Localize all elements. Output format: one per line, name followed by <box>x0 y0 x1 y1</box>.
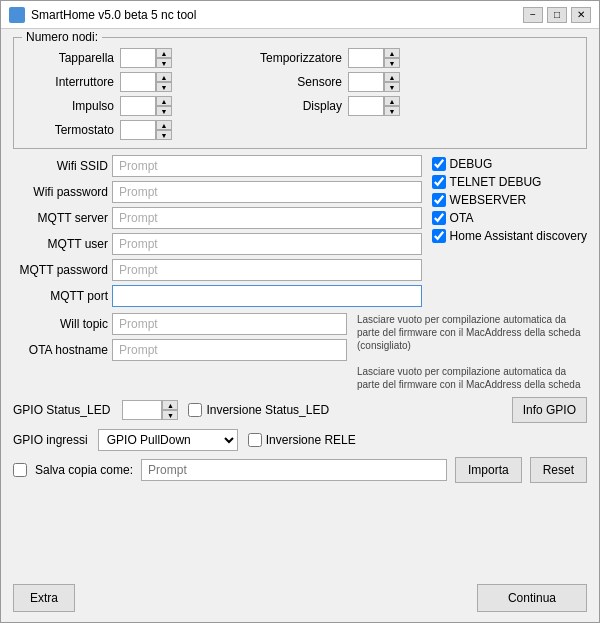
interruttore-spin-btns: ▲ ▼ <box>156 72 172 92</box>
extra-button[interactable]: Extra <box>13 584 75 612</box>
mqtt-server-input[interactable] <box>112 207 422 229</box>
title-bar: SmartHome v5.0 beta 5 nc tool − □ ✕ <box>1 1 599 29</box>
inversione-rele-checkbox[interactable] <box>248 433 262 447</box>
impulso-label: Impulso <box>24 99 114 113</box>
impulso-up[interactable]: ▲ <box>156 96 172 106</box>
interruttore-up[interactable]: ▲ <box>156 72 172 82</box>
info-gpio-button[interactable]: Info GPIO <box>512 397 587 423</box>
gpio-ingressi-row: GPIO ingressi GPIO PullDown GPIO PullUp … <box>13 429 587 451</box>
app-icon <box>9 7 25 23</box>
import-button[interactable]: Importa <box>455 457 522 483</box>
display-up[interactable]: ▲ <box>384 96 400 106</box>
webserver-checkbox[interactable] <box>432 193 446 207</box>
interruttore-spinner: 3 ▲ ▼ <box>120 72 172 92</box>
save-copy-input[interactable] <box>141 459 447 481</box>
sensore-spin-btns: ▲ ▼ <box>384 72 400 92</box>
save-checkbox[interactable] <box>13 463 27 477</box>
mqtt-password-label: MQTT password <box>13 263 108 277</box>
webserver-label: WEBSERVER <box>450 193 526 207</box>
home-assistant-label: Home Assistant discovery <box>450 229 587 243</box>
tapparella-label: Tapparella <box>24 51 114 65</box>
gpio-status-led-up[interactable]: ▲ <box>162 400 178 410</box>
impulso-spinner: 0 ▲ ▼ <box>120 96 172 116</box>
ota-checkbox[interactable] <box>432 211 446 225</box>
title-bar-left: SmartHome v5.0 beta 5 nc tool <box>9 7 196 23</box>
ota-hostname-label: OTA hostname <box>13 343 108 357</box>
continua-button[interactable]: Continua <box>477 584 587 612</box>
save-copy-label: Salva copia come: <box>35 463 133 477</box>
tapparella-down[interactable]: ▼ <box>156 58 172 68</box>
telnet-debug-checkbox[interactable] <box>432 175 446 189</box>
maximize-button[interactable]: □ <box>547 7 567 23</box>
termostato-down[interactable]: ▼ <box>156 130 172 140</box>
inversione-status-led-checkbox[interactable] <box>188 403 202 417</box>
gpio-ingressi-select[interactable]: GPIO PullDown GPIO PullUp <box>98 429 238 451</box>
temporizzatore-down[interactable]: ▼ <box>384 58 400 68</box>
main-content: Numero nodi: Tapparella 0 ▲ ▼ <box>1 29 599 578</box>
inversione-status-led-label: Inversione Status_LED <box>206 403 329 417</box>
sensore-input[interactable]: 0 <box>348 72 384 92</box>
temporizzatore-input[interactable]: 0 <box>348 48 384 68</box>
reset-button[interactable]: Reset <box>530 457 587 483</box>
temporizzatore-label: Temporizzatore <box>232 51 342 65</box>
sensore-up[interactable]: ▲ <box>384 72 400 82</box>
will-note: Lasciare vuoto per compilazione automati… <box>357 314 580 351</box>
gpio-status-led-row: GPIO Status_LED 16 ▲ ▼ <box>13 400 178 420</box>
numero-nodi-label: Numero nodi: <box>22 30 102 44</box>
numero-nodi-section: Numero nodi: Tapparella 0 ▲ ▼ <box>13 37 587 149</box>
ota-check-row: OTA <box>432 211 587 225</box>
will-topic-input[interactable] <box>112 313 347 335</box>
gpio-status-led-spin-btns: ▲ ▼ <box>162 400 178 420</box>
gpio-status-led-input[interactable]: 16 <box>122 400 162 420</box>
impulso-down[interactable]: ▼ <box>156 106 172 116</box>
main-window: SmartHome v5.0 beta 5 nc tool − □ ✕ Nume… <box>0 0 600 623</box>
mqtt-password-row: MQTT password <box>13 259 422 281</box>
ota-label: OTA <box>450 211 474 225</box>
nodi-row-tapparella: Tapparella 0 ▲ ▼ <box>24 48 172 68</box>
debug-check-row: DEBUG <box>432 157 587 171</box>
termostato-up[interactable]: ▲ <box>156 120 172 130</box>
form-section: Wifi SSID Wifi password MQTT server MQTT… <box>13 155 587 307</box>
mqtt-user-input[interactable] <box>112 233 422 255</box>
tapparella-up[interactable]: ▲ <box>156 48 172 58</box>
tapparella-spinner: 0 ▲ ▼ <box>120 48 172 68</box>
telnet-debug-check-row: TELNET DEBUG <box>432 175 587 189</box>
gpio-status-led-spinner: 16 ▲ ▼ <box>122 400 178 420</box>
interruttore-input[interactable]: 3 <box>120 72 156 92</box>
termostato-label: Termostato <box>24 123 114 137</box>
mqtt-server-label: MQTT server <box>13 211 108 225</box>
temporizzatore-up[interactable]: ▲ <box>384 48 400 58</box>
interruttore-label: Interruttore <box>24 75 114 89</box>
will-topic-row: Will topic <box>13 313 347 335</box>
termostato-spinner: 1 ▲ ▼ <box>120 120 172 140</box>
mqtt-password-input[interactable] <box>112 259 422 281</box>
nodi-row-interruttore: Interruttore 3 ▲ ▼ <box>24 72 172 92</box>
nodi-left-col: Tapparella 0 ▲ ▼ Interruttore 3 <box>24 48 172 140</box>
wifi-ssid-input[interactable] <box>112 155 422 177</box>
will-right: Lasciare vuoto per compilazione automati… <box>357 313 587 391</box>
wifi-password-input[interactable] <box>112 181 422 203</box>
save-row: Salva copia come: Importa Reset <box>13 457 587 483</box>
mqtt-server-row: MQTT server <box>13 207 422 229</box>
display-input[interactable]: 0 <box>348 96 384 116</box>
tapparella-input[interactable]: 0 <box>120 48 156 68</box>
display-down[interactable]: ▼ <box>384 106 400 116</box>
interruttore-down[interactable]: ▼ <box>156 82 172 92</box>
home-assistant-check-row: Home Assistant discovery <box>432 229 587 243</box>
mqtt-port-label: MQTT port <box>13 289 108 303</box>
footer: Extra Continua <box>1 578 599 622</box>
nodi-row-temporizzatore: Temporizzatore 0 ▲ ▼ <box>232 48 400 68</box>
impulso-input[interactable]: 0 <box>120 96 156 116</box>
home-assistant-checkbox[interactable] <box>432 229 446 243</box>
close-button[interactable]: ✕ <box>571 7 591 23</box>
gpio-status-led-down[interactable]: ▼ <box>162 410 178 420</box>
gpio-section: GPIO Status_LED 16 ▲ ▼ Inversione Status… <box>13 397 587 423</box>
ota-hostname-input[interactable] <box>112 339 347 361</box>
ota-hostname-row: OTA hostname <box>13 339 347 361</box>
termostato-input[interactable]: 1 <box>120 120 156 140</box>
nodi-row-display: Display 0 ▲ ▼ <box>232 96 400 116</box>
sensore-down[interactable]: ▼ <box>384 82 400 92</box>
minimize-button[interactable]: − <box>523 7 543 23</box>
debug-checkbox[interactable] <box>432 157 446 171</box>
mqtt-port-input[interactable] <box>112 285 422 307</box>
